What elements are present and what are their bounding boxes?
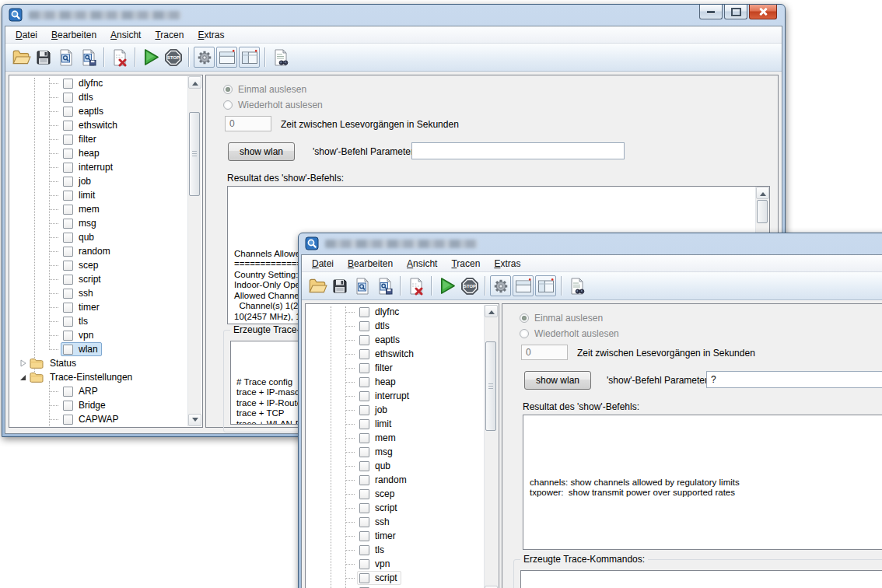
tree-item[interactable]: vpn	[10, 328, 188, 342]
tree-item-label[interactable]: ARP	[79, 386, 98, 397]
tree-checkbox[interactable]	[359, 531, 369, 541]
titlebar[interactable]	[299, 233, 882, 254]
tree-item[interactable]: scep	[10, 258, 188, 272]
tree-item[interactable]: heap	[306, 375, 485, 389]
tree-item[interactable]: filter	[306, 361, 485, 375]
tree-checkbox[interactable]	[359, 517, 369, 527]
tree-checkbox[interactable]	[359, 405, 369, 415]
tree-item-label[interactable]: timer	[375, 530, 396, 541]
scrollbar-thumb[interactable]	[757, 200, 768, 223]
tree-item-label[interactable]: script	[375, 572, 397, 583]
tree-checkbox[interactable]	[359, 489, 369, 499]
tree-item-label[interactable]: CAPWAP	[79, 414, 119, 425]
tree-item-label[interactable]: dtls	[375, 320, 390, 331]
tree-checkbox[interactable]	[359, 321, 369, 331]
show-param-input[interactable]	[706, 371, 882, 388]
tree-item[interactable]: heap	[10, 146, 188, 160]
tree-item-label[interactable]: ssh	[375, 516, 390, 527]
tree-item[interactable]: tls	[10, 314, 188, 328]
tree-item-label[interactable]: eaptls	[79, 106, 103, 117]
tree-item[interactable]: eaptls	[306, 333, 485, 347]
view-config-button[interactable]	[54, 46, 77, 68]
tree-item[interactable]: msg	[306, 445, 485, 459]
tree-checkbox[interactable]	[359, 545, 369, 555]
view-config-save-button[interactable]	[77, 46, 100, 68]
tree-item[interactable]: tls	[306, 543, 485, 557]
tree-checkbox[interactable]	[359, 447, 369, 457]
tree-item-label[interactable]: filter	[79, 134, 96, 145]
tree-checkbox[interactable]	[359, 391, 369, 401]
tree-item[interactable]: timer	[306, 529, 485, 543]
tree-item[interactable]: mem	[306, 431, 485, 445]
tree-item[interactable]: random	[10, 244, 188, 258]
tree-item-label[interactable]: interrupt	[375, 390, 409, 401]
tree-item-label[interactable]: job	[375, 404, 387, 415]
view-config-button[interactable]	[351, 275, 373, 297]
tree-checkbox[interactable]	[359, 461, 369, 471]
tree-item[interactable]: script	[10, 272, 188, 286]
tree-item-label[interactable]: ethswitch	[79, 120, 117, 131]
view-config-save-button[interactable]	[373, 275, 396, 297]
tree-checkbox[interactable]	[359, 349, 369, 359]
tree-checkbox[interactable]	[63, 149, 73, 159]
tree-checkbox[interactable]	[359, 363, 369, 373]
tree-item-label[interactable]: dlyfnc	[79, 78, 103, 89]
open-trace-button[interactable]	[9, 46, 32, 68]
tree-item[interactable]: qub	[10, 230, 188, 244]
tree-item-label[interactable]: job	[79, 176, 91, 187]
layout-horizontal-button[interactable]	[216, 47, 237, 68]
menu-item[interactable]: Ansicht	[103, 27, 148, 43]
stop-trace-button[interactable]: STOP	[458, 275, 481, 297]
titlebar[interactable]	[2, 5, 785, 25]
layout-vertical-button[interactable]	[535, 275, 556, 296]
tree-checkbox[interactable]	[63, 401, 73, 411]
menu-item[interactable]: Bearbeiten	[44, 27, 103, 43]
tree-item[interactable]: ethswitch	[10, 118, 188, 132]
tree-item-label[interactable]: random	[79, 246, 110, 257]
tree-item-label[interactable]: timer	[79, 302, 100, 313]
tree-item[interactable]: dlyfnc	[10, 76, 188, 90]
tree-checkbox[interactable]	[63, 79, 73, 89]
tree-item-label[interactable]: scep	[79, 260, 98, 271]
tree-item-label[interactable]: heap	[375, 376, 396, 387]
tree-item[interactable]: job	[306, 403, 485, 417]
show-result-box[interactable]: channels: show channels allowed by regul…	[523, 415, 882, 550]
tree-item-label[interactable]: scep	[375, 488, 394, 499]
tree-checkbox[interactable]	[359, 573, 369, 583]
tree-item[interactable]: dtls	[306, 319, 485, 333]
tree-checkbox[interactable]	[63, 317, 73, 327]
tree-item[interactable]: random	[306, 473, 485, 487]
expander-icon[interactable]	[19, 373, 27, 381]
tree-scrollbar[interactable]	[484, 305, 498, 588]
tree-item[interactable]: qub	[306, 459, 485, 473]
tree-checkbox[interactable]	[63, 233, 73, 243]
tree-item-label[interactable]: ssh	[79, 288, 93, 299]
tree-checkbox[interactable]	[63, 387, 73, 397]
tree-item-label[interactable]: msg	[375, 446, 393, 457]
tree-item[interactable]: dtls	[10, 90, 188, 104]
tree-checkbox[interactable]	[63, 345, 73, 355]
tree-item-label[interactable]: qub	[375, 460, 390, 471]
tree-item-label[interactable]: msg	[79, 218, 96, 229]
minimize-button[interactable]	[699, 5, 723, 19]
tree-checkbox[interactable]	[359, 559, 369, 569]
start-trace-button[interactable]	[139, 46, 162, 68]
tree-item[interactable]: wlan	[10, 342, 188, 356]
tree-checkbox[interactable]	[63, 163, 73, 173]
tree-checkbox[interactable]	[359, 307, 369, 317]
tree-item[interactable]: interrupt	[10, 160, 188, 174]
menu-item[interactable]: Extras	[487, 256, 527, 271]
menu-item[interactable]: Tracen	[444, 256, 487, 271]
tree-item-label[interactable]: mem	[79, 204, 100, 215]
scrollbar-thumb[interactable]	[189, 112, 200, 196]
tree-item-label[interactable]: wlan	[79, 344, 98, 355]
tree-item[interactable]: ssh	[306, 515, 485, 529]
tree-checkbox[interactable]	[63, 93, 73, 103]
tree-item-label[interactable]: limit	[375, 418, 391, 429]
stop-trace-button[interactable]: STOP	[162, 46, 184, 68]
tree-item[interactable]: limit	[10, 188, 188, 202]
tree-item-label[interactable]: script	[375, 502, 397, 513]
tree-checkbox[interactable]	[63, 303, 73, 313]
radio-read-once[interactable]	[223, 85, 233, 94]
expander-icon[interactable]	[19, 359, 27, 367]
